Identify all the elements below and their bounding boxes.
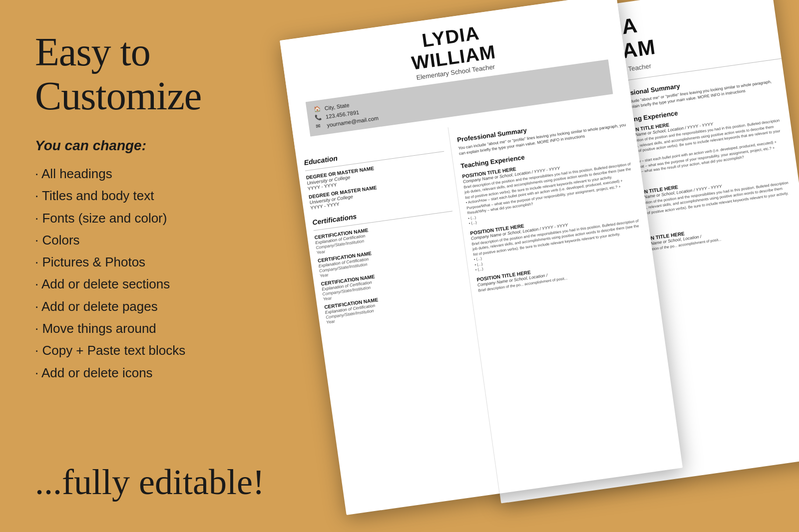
resume-page-1: LYDIAWILLIAM Elementary School Teacher 🏠…	[280, 0, 683, 515]
bottom-tagline: ...fully editable!	[35, 463, 270, 502]
list-item: Add or delete icons	[35, 362, 270, 384]
resume-mockup: LYDIAWILLIAM Elementary School Teacher E…	[201, 0, 799, 532]
email-icon: ✉	[316, 122, 324, 130]
list-item: Add or delete sections	[35, 273, 270, 295]
phone-icon: 📞	[314, 114, 322, 122]
resume-body: Education DEGREE OR MASTER NAME Universi…	[295, 101, 683, 515]
list-item: Add or delete pages	[35, 295, 270, 317]
list-item: Copy + Paste text blocks	[35, 339, 270, 361]
location-icon: 🏠	[313, 105, 321, 113]
list-item: Move things around	[35, 317, 270, 339]
